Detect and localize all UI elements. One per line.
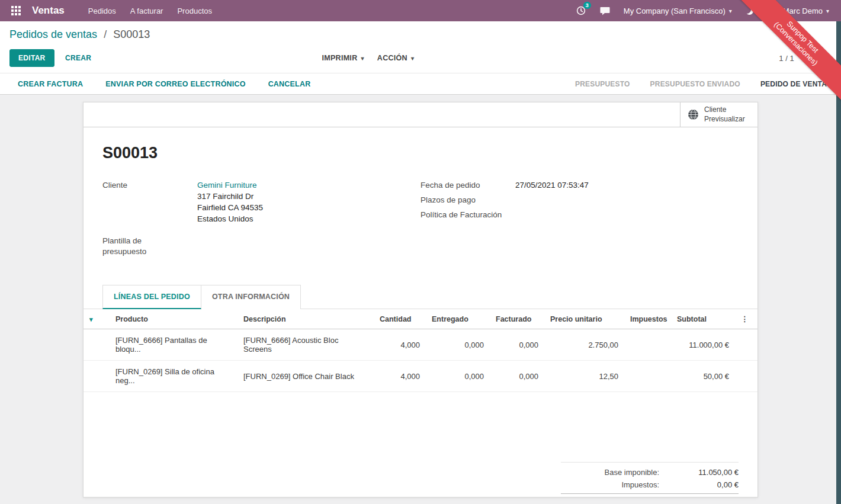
customer-address-line: Fairfield CA 94535 bbox=[197, 203, 263, 214]
untaxed-amount-value: 11.050,00 € bbox=[667, 468, 739, 477]
avatar bbox=[767, 5, 779, 17]
breadcrumb-parent[interactable]: Pedidos de ventas bbox=[9, 28, 97, 40]
quotation-template-label: Plantilla de presupuesto bbox=[102, 235, 168, 259]
pager-next-button[interactable]: › bbox=[818, 52, 832, 65]
cell-producto[interactable]: [FURN_6666] Pantallas de bloqu... bbox=[110, 329, 237, 361]
payment-terms-label: Plazos de pago bbox=[420, 194, 515, 207]
cell-precio-unitario[interactable]: 2.750,00 bbox=[544, 329, 624, 361]
customer-field-value: Gemini Furniture 317 Fairchild Dr Fairfi… bbox=[197, 179, 263, 226]
order-lines-table: ▾ Producto Descripción Cantidad Entregad… bbox=[84, 309, 758, 392]
customer-field-label: Cliente bbox=[102, 179, 197, 226]
menu-a-facturar[interactable]: A facturar bbox=[124, 1, 169, 21]
globe-icon bbox=[688, 109, 699, 120]
user-name: Marc Demo bbox=[783, 7, 823, 15]
activity-badge: 3 bbox=[583, 2, 591, 9]
create-invoice-button[interactable]: CREAR FACTURA bbox=[9, 76, 91, 92]
taxes-value: 0,00 € bbox=[667, 480, 739, 489]
cell-cantidad[interactable]: 4,000 bbox=[374, 329, 426, 361]
pager: 1 / 1 ‹ › bbox=[779, 52, 832, 65]
activities-button[interactable]: 3 bbox=[571, 2, 591, 19]
cell-entregado[interactable]: 0,000 bbox=[426, 361, 490, 392]
edit-button[interactable]: EDITAR bbox=[9, 49, 54, 67]
expand-caret-icon[interactable]: ▾ bbox=[89, 316, 93, 323]
breadcrumb: Pedidos de ventas / S00013 bbox=[9, 28, 832, 41]
tab-other-info[interactable]: OTRA INFORMACIÓN bbox=[201, 285, 301, 309]
form-sheet: Cliente Previsualizar S00013 Cliente Gem… bbox=[83, 102, 758, 497]
breadcrumb-separator: / bbox=[104, 28, 107, 40]
action-menu-button[interactable]: ACCIÓN ▾ bbox=[377, 54, 414, 62]
tab-order-lines[interactable]: LÍNEAS DEL PEDIDO bbox=[102, 285, 201, 309]
cell-entregado[interactable]: 0,000 bbox=[426, 329, 490, 361]
invoicing-policy-label: Política de Facturación bbox=[420, 208, 515, 222]
notebook-tabs: LÍNEAS DEL PEDIDO OTRA INFORMACIÓN bbox=[84, 285, 757, 309]
order-title: S00013 bbox=[102, 144, 739, 162]
action-label: ACCIÓN bbox=[377, 54, 407, 62]
caret-down-icon: ▾ bbox=[411, 55, 414, 62]
cell-subtotal[interactable]: 50,00 € bbox=[671, 361, 735, 392]
apps-grid-icon-svg bbox=[11, 6, 21, 15]
form-view-area: Cliente Previsualizar S00013 Cliente Gem… bbox=[0, 95, 841, 502]
cell-descripcion[interactable]: [FURN_0269] Office Chair Black bbox=[237, 361, 374, 392]
order-date-value: 27/05/2021 07:53:47 bbox=[515, 179, 589, 192]
cell-cantidad[interactable]: 4,000 bbox=[374, 361, 426, 392]
cell-facturado[interactable]: 0,000 bbox=[490, 329, 544, 361]
caret-down-icon: ▾ bbox=[826, 8, 829, 14]
menu-pedidos[interactable]: Pedidos bbox=[82, 1, 122, 21]
user-menu[interactable]: Marc Demo ▾ bbox=[762, 1, 834, 21]
menu-productos[interactable]: Productos bbox=[171, 1, 218, 21]
cell-impuestos[interactable] bbox=[624, 329, 671, 361]
cell-precio-unitario[interactable]: 12,50 bbox=[544, 361, 624, 392]
col-descripcion: Descripción bbox=[237, 309, 374, 329]
cell-facturado[interactable]: 0,000 bbox=[490, 361, 544, 392]
cell-subtotal[interactable]: 11.000,00 € bbox=[671, 329, 735, 361]
chat-icon bbox=[600, 6, 610, 15]
statusbar-buttons: CREAR FACTURA ENVIAR POR CORREO ELECTRÓN… bbox=[9, 76, 319, 92]
dark-mode-toggle[interactable] bbox=[740, 4, 759, 18]
company-switcher[interactable]: My Company (San Francisco) ▾ bbox=[619, 3, 737, 19]
customer-preview-button[interactable]: Cliente Previsualizar bbox=[680, 102, 757, 127]
caret-down-icon: ▾ bbox=[361, 55, 364, 62]
untaxed-amount-label: Base imponible: bbox=[561, 468, 667, 477]
caret-down-icon: ▾ bbox=[729, 8, 732, 14]
cancel-button[interactable]: CANCELAR bbox=[260, 76, 319, 92]
print-label: IMPRIMIR bbox=[322, 54, 357, 62]
print-menu-button[interactable]: IMPRIMIR ▾ bbox=[322, 54, 364, 62]
order-line-row[interactable]: [FURN_0269] Silla de oficina neg... [FUR… bbox=[84, 361, 758, 392]
send-by-email-button[interactable]: ENVIAR POR CORREO ELECTRÓNICO bbox=[97, 76, 253, 92]
col-producto: Producto bbox=[110, 309, 237, 329]
cp-buttons-left: EDITAR CREAR bbox=[9, 49, 99, 67]
customer-preview-label: Cliente Previsualizar bbox=[704, 105, 750, 124]
col-impuestos: Impuestos bbox=[624, 309, 671, 329]
order-line-row[interactable]: [FURN_6666] Pantallas de bloqu... [FURN_… bbox=[84, 329, 758, 361]
main-menu: Pedidos A facturar Productos bbox=[82, 1, 218, 21]
column-options-icon[interactable]: ⋮ bbox=[735, 309, 758, 329]
taxes-label: Impuestos: bbox=[561, 480, 667, 489]
customer-address-line: 317 Fairchild Dr bbox=[197, 191, 263, 203]
moon-icon bbox=[746, 7, 753, 15]
order-totals: Base imponible: 11.050,00 € Impuestos: 0… bbox=[561, 462, 739, 497]
cell-impuestos[interactable] bbox=[624, 361, 671, 392]
field-groups: Cliente Gemini Furniture 317 Fairchild D… bbox=[102, 179, 739, 260]
cell-producto[interactable]: [FURN_0269] Silla de oficina neg... bbox=[110, 361, 237, 392]
state-pedido-de-venta[interactable]: PEDIDO DE VENTA bbox=[760, 80, 827, 88]
company-name: My Company (San Francisco) bbox=[624, 7, 726, 15]
breadcrumb-current: S00013 bbox=[113, 28, 150, 40]
state-presupuesto[interactable]: PRESUPUESTO bbox=[575, 80, 630, 88]
app-title[interactable]: Ventas bbox=[32, 5, 65, 17]
order-date-label: Fecha de pedido bbox=[420, 179, 515, 192]
field-group-right: Fecha de pedido 27/05/2021 07:53:47 Plaz… bbox=[420, 179, 739, 260]
pager-previous-button[interactable]: ‹ bbox=[803, 52, 816, 65]
apps-grid-icon[interactable] bbox=[7, 0, 25, 21]
vertical-scrollbar[interactable] bbox=[836, 21, 841, 504]
col-subtotal: Subtotal bbox=[671, 309, 735, 329]
cell-descripcion[interactable]: [FURN_6666] Acoustic Bloc Screens bbox=[237, 329, 374, 361]
control-panel: Pedidos de ventas / S00013 EDITAR CREAR … bbox=[0, 21, 841, 73]
button-box: Cliente Previsualizar bbox=[84, 102, 757, 127]
pager-value[interactable]: 1 / 1 bbox=[779, 54, 794, 63]
state-presupuesto-enviado[interactable]: PRESUPUESTO ENVIADO bbox=[650, 80, 740, 88]
col-precio-unitario: Precio unitario bbox=[544, 309, 624, 329]
col-cantidad: Cantidad bbox=[374, 309, 426, 329]
create-button[interactable]: CREAR bbox=[57, 50, 99, 66]
customer-link[interactable]: Gemini Furniture bbox=[197, 181, 257, 190]
messages-button[interactable] bbox=[595, 2, 615, 19]
